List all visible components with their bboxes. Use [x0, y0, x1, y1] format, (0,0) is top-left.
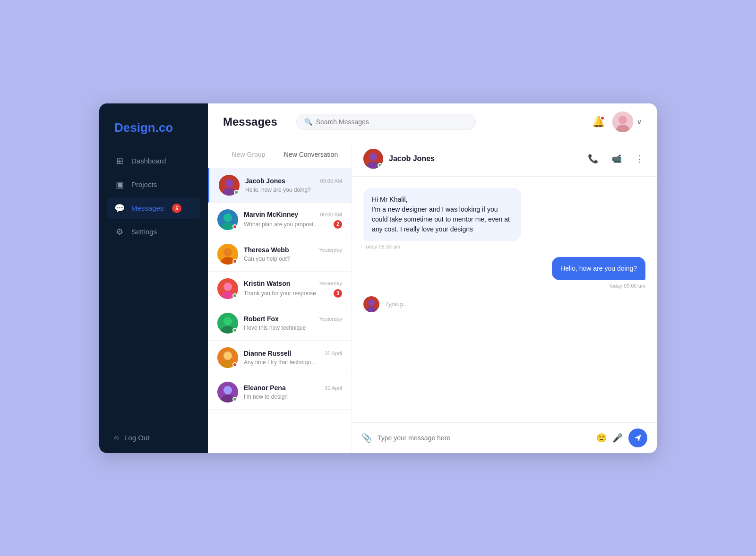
top-bar: Messages 🔍 🔔: [208, 103, 657, 141]
avatar-theresa: [217, 244, 238, 265]
notification-button[interactable]: 🔔: [592, 116, 605, 128]
conv-time-dianne: 30 April: [325, 351, 342, 356]
message-incoming-0: Hi Mr Khalil,I'm a new designer and I wa…: [363, 188, 521, 249]
voice-button[interactable]: 🎤: [612, 433, 623, 443]
conv-name-robert: Robert Fox: [244, 315, 279, 323]
conv-preview-jacob: Hello, how are you doing?: [245, 187, 311, 193]
search-input[interactable]: [316, 118, 468, 126]
video-call-button[interactable]: 📹: [610, 152, 624, 166]
attach-button[interactable]: 📎: [361, 433, 372, 443]
tab-new-group[interactable]: New Group: [217, 149, 280, 160]
conv-time-robert: Yesterday: [319, 316, 342, 322]
avatar-dianne: [217, 347, 238, 368]
conv-preview-robert: I love this new technique: [244, 325, 306, 331]
conv-name-eleanor: Eleanor Pena: [244, 384, 286, 392]
main-content: Messages 🔍 🔔: [208, 103, 657, 453]
chat-input-bar: 📎 🙂 🎤: [352, 422, 657, 453]
conv-item-kristin[interactable]: Kristin Watson Yesterday Thank you for y…: [208, 272, 352, 306]
message-outgoing-0: Hello, how are you doing? Today 09:00 am: [552, 257, 645, 289]
app-wrapper: Design.co ⊞ Dashboard ▣ Projects 💬 Messa…: [99, 103, 657, 453]
search-icon: 🔍: [304, 118, 312, 126]
typing-text: Typing...: [385, 300, 408, 308]
user-avatar-wrapper[interactable]: ∨: [612, 111, 642, 132]
send-button[interactable]: [628, 428, 647, 447]
conv-preview-marvin: Whhat plan are you proposing?: [244, 221, 319, 228]
conv-bottom-jacob: Hello, how are you doing?: [245, 187, 342, 193]
sidebar-item-settings[interactable]: ⚙ Settings: [107, 221, 200, 243]
conv-name-dianne: Dianne Russell: [244, 350, 291, 357]
message-time-incoming-0: Today 08:30 am: [363, 244, 521, 249]
chat-contact-avatar: [363, 149, 383, 169]
conv-bottom-theresa: Can you help out?: [244, 256, 342, 262]
svg-point-22: [223, 386, 232, 394]
sidebar-bottom: ⎋ Log Out: [99, 422, 208, 453]
avatar-robert: [217, 313, 238, 334]
logout-button[interactable]: ⎋ Log Out: [114, 434, 193, 442]
sidebar-item-messages[interactable]: 💬 Messages 5: [107, 197, 200, 219]
chevron-down-icon: ∨: [637, 118, 642, 126]
conv-preview-theresa: Can you help out?: [244, 256, 290, 262]
conv-name-kristin: Kristin Watson: [244, 280, 290, 287]
avatar-jacob: [219, 175, 240, 196]
input-actions: 🙂 🎤: [596, 433, 623, 443]
sidebar-item-dashboard[interactable]: ⊞ Dashboard: [107, 150, 200, 172]
conv-top-eleanor: Eleanor Pena 30 April: [244, 384, 342, 392]
sidebar-label-settings: Settings: [131, 228, 157, 236]
conv-info-jacob: Jacob Jones 09:00 AM Hello, how are you …: [245, 177, 342, 193]
conv-item-jacob[interactable]: Jacob Jones 09:00 AM Hello, how are you …: [208, 168, 352, 203]
conv-name-theresa: Theresa Webb: [244, 246, 289, 254]
chat-header-actions: 📞 📹 ⋮: [586, 152, 645, 166]
more-options-button[interactable]: ⋮: [633, 152, 645, 166]
tab-new-conversation[interactable]: New Conversation: [280, 149, 342, 160]
conv-name-jacob: Jacob Jones: [245, 177, 285, 185]
topbar-right: 🔔 ∨: [592, 111, 642, 132]
messages-badge: 5: [172, 204, 181, 213]
avatar-marvin: [217, 209, 238, 230]
svg-point-1: [619, 116, 627, 124]
settings-icon: ⚙: [114, 227, 125, 237]
svg-point-19: [223, 351, 232, 360]
svg-point-10: [223, 248, 232, 257]
sidebar-item-projects[interactable]: ▣ Projects: [107, 174, 200, 196]
sidebar-nav: ⊞ Dashboard ▣ Projects 💬 Messages 5 ⚙ Se…: [99, 150, 208, 422]
conv-time-theresa: Yesterday: [319, 247, 342, 253]
conv-preview-dianne: Any time I try that technique out.....: [244, 359, 319, 366]
message-input[interactable]: [378, 434, 591, 442]
messages-area: New Group New Conversation: [208, 141, 657, 453]
conv-preview-eleanor: I'm new to design: [244, 393, 288, 400]
conv-top-robert: Robert Fox Yesterday: [244, 315, 342, 323]
logout-label: Log Out: [124, 434, 149, 442]
unread-badge-kristin: 3: [334, 289, 342, 298]
search-bar[interactable]: 🔍: [296, 114, 476, 130]
phone-call-button[interactable]: 📞: [586, 152, 600, 166]
conv-time-jacob: 09:00 AM: [320, 178, 342, 184]
conv-item-eleanor[interactable]: Eleanor Pena 30 April I'm new to design: [208, 375, 352, 410]
conv-item-theresa[interactable]: Theresa Webb Yesterday Can you help out?: [208, 237, 352, 272]
emoji-button[interactable]: 🙂: [596, 433, 607, 443]
sidebar-label-messages: Messages: [131, 204, 163, 212]
svg-point-13: [223, 282, 232, 291]
conv-item-robert[interactable]: Robert Fox Yesterday I love this new tec…: [208, 306, 352, 341]
avatar-kristin: [217, 278, 238, 299]
online-dot-marvin: [232, 224, 237, 229]
svg-point-25: [369, 153, 377, 161]
conv-item-marvin[interactable]: Marvin McKinney 06:00 AM Whhat plan are …: [208, 203, 352, 237]
svg-point-28: [368, 299, 375, 306]
conv-time-marvin: 06:00 AM: [320, 212, 342, 217]
conv-top-theresa: Theresa Webb Yesterday: [244, 246, 342, 254]
svg-point-4: [225, 179, 233, 188]
messages-icon: 💬: [114, 203, 125, 214]
online-dot-eleanor: [232, 397, 237, 402]
svg-point-7: [223, 214, 232, 222]
unread-badge-marvin: 2: [334, 220, 342, 229]
logo-accent: .co: [155, 120, 173, 135]
conv-time-eleanor: 30 April: [325, 385, 342, 391]
conv-item-dianne[interactable]: Dianne Russell 30 April Any time I try t…: [208, 341, 352, 375]
chat-messages: Hi Mr Khalil,I'm a new designer and I wa…: [352, 177, 657, 422]
online-dot-kristin: [232, 293, 237, 298]
sidebar-label-dashboard: Dashboard: [131, 157, 166, 165]
online-dot-dianne: [232, 362, 237, 367]
svg-point-16: [223, 317, 232, 325]
logout-icon: ⎋: [114, 434, 119, 442]
sidebar: Design.co ⊞ Dashboard ▣ Projects 💬 Messa…: [99, 103, 208, 453]
